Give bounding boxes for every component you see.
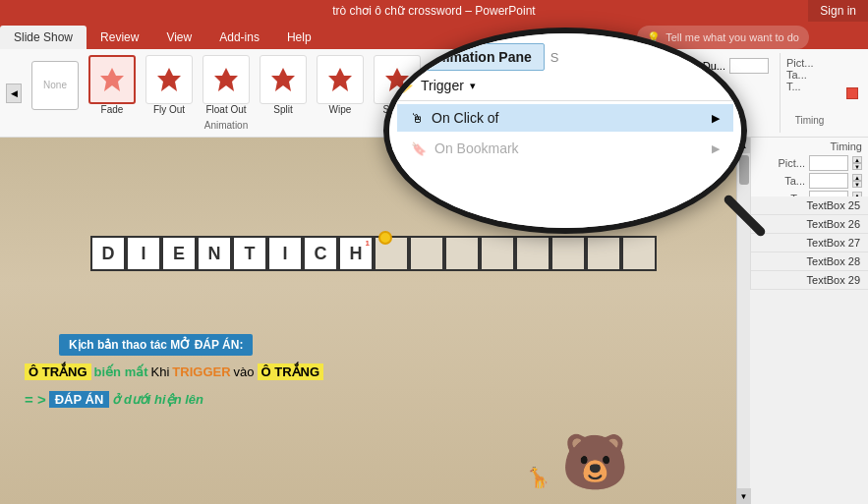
cell-D: D <box>90 236 126 271</box>
animation-section-label: Animation <box>204 120 248 131</box>
panel-table-label: Ta... <box>784 175 805 187</box>
cell-empty-8 <box>621 236 657 271</box>
textbox-label: T... <box>786 81 833 92</box>
cell-I2: I <box>267 236 303 271</box>
mag-on-bookmark-row: 🔖 On Bookmark ▶ <box>397 135 733 162</box>
anim-none[interactable]: None <box>28 61 83 110</box>
table-spin: ▲ ▼ <box>852 174 862 188</box>
magnifier-circle: ▶ Animation Pane S ⚡ Trigger ▾ 🖱 On Clic… <box>383 28 747 234</box>
table-spin-down[interactable]: ▼ <box>852 181 862 188</box>
pict-label: Pict... <box>786 57 833 69</box>
right-scroll <box>842 53 862 133</box>
mag-row-2: ⚡ Trigger ▾ <box>397 74 733 97</box>
panel-pict-row: Pict... ▲ ▼ <box>757 154 862 172</box>
rp-item-4[interactable]: TextBox 29 <box>751 271 868 290</box>
instruction-line-1: Ô TRẮNG biến mất Khi TRIGGER vào Ô TRẮNG <box>25 364 323 380</box>
tab-view[interactable]: View <box>152 26 205 49</box>
cell-T: T <box>232 236 267 271</box>
word-trigger: TRIGGER <box>172 364 230 379</box>
cell-empty-5 <box>515 236 550 271</box>
cell-empty-6 <box>550 236 586 271</box>
panel-pict-label: Pict... <box>778 157 805 169</box>
mag-on-click-content: 🖱 On Click of <box>411 110 498 126</box>
mag-on-click-arrow: ▶ <box>712 112 720 125</box>
table-spin-up[interactable]: ▲ <box>852 174 862 181</box>
anim-split[interactable]: Split <box>256 55 311 115</box>
cell-number: 1 <box>366 239 370 248</box>
rp-item-0[interactable]: TextBox 25 <box>751 196 868 215</box>
table-label: Ta... <box>786 69 833 81</box>
word-o-trang-1: Ô TRẮNG <box>25 364 91 380</box>
svg-marker-2 <box>214 68 238 91</box>
title-bar: trò chơi ô chữ crossword – PowerPoint Si… <box>0 0 868 22</box>
mag-bookmark-icon: 🔖 <box>411 141 427 156</box>
word-o-trang-2: Ô TRẮNG <box>258 364 324 380</box>
bear-decoration: 🐻 <box>561 430 629 494</box>
red-indicator <box>846 87 858 99</box>
mag-on-bookmark-content: 🔖 On Bookmark <box>411 140 519 156</box>
rp-item-1[interactable]: TextBox 26 <box>751 215 868 234</box>
word-bien-mat: biến mất <box>94 364 148 379</box>
mag-on-bookmark-label: On Bookmark <box>434 140 519 156</box>
mag-trigger-label: Trigger <box>421 78 464 93</box>
rp-item-2[interactable]: TextBox 27 <box>751 234 868 252</box>
object-labels: Pict... Ta... T... Timing <box>780 53 839 133</box>
cell-C: C <box>303 236 338 271</box>
rp-item-3[interactable]: TextBox 28 <box>751 252 868 271</box>
ribbon-scroll-left[interactable]: ◀ <box>6 84 22 103</box>
anim-floatout[interactable]: Float Out <box>199 55 254 115</box>
panel-table-row: Ta... ▲ ▼ <box>757 172 862 190</box>
svg-marker-0 <box>100 68 124 91</box>
cell-empty-7 <box>586 236 621 271</box>
mag-anim-pane-icon: ▶ <box>410 48 422 66</box>
mag-on-click-row[interactable]: 🖱 On Click of ▶ <box>397 104 733 132</box>
anim-fade[interactable]: Fade <box>85 55 140 115</box>
magnifier-content: ▶ Animation Pane S ⚡ Trigger ▾ 🖱 On Clic… <box>389 33 741 228</box>
svg-marker-1 <box>157 68 181 91</box>
anim-wipe[interactable]: Wipe <box>313 55 368 115</box>
tab-review[interactable]: Review <box>87 26 152 49</box>
word-o-duoi: ở dưới hiện lên <box>112 392 203 407</box>
instruction-line-2: = > ĐÁP ÁN ở dưới hiện lên <box>25 391 203 408</box>
panel-pict-input[interactable] <box>809 155 848 171</box>
scroll-down-button[interactable]: ▼ <box>737 488 751 504</box>
mag-animation-pane-label: Animation Pane <box>428 49 532 65</box>
anim-flyout[interactable]: Fly Out <box>142 55 197 115</box>
instruction-container: Kịch bản thao tác MỞ ĐÁP ÁN: <box>59 334 253 356</box>
word-khi: Khi <box>151 364 170 379</box>
instruction-box: Kịch bản thao tác MỞ ĐÁP ÁN: <box>59 334 253 356</box>
panel-table-input[interactable] <box>809 173 848 189</box>
cell-E: E <box>161 236 197 271</box>
cell-N: N <box>197 236 232 271</box>
sign-in-button[interactable]: Sign in <box>808 0 868 22</box>
pict-spin-down[interactable]: ▼ <box>852 163 862 170</box>
tab-addins[interactable]: Add-ins <box>205 26 273 49</box>
pict-spin-up[interactable]: ▲ <box>852 156 862 163</box>
tab-slideshow[interactable]: Slide Show <box>0 26 87 49</box>
cell-H: H 1 <box>338 236 374 271</box>
pict-spin: ▲ ▼ <box>852 156 862 170</box>
yellow-dot <box>378 231 392 245</box>
mag-trigger-arrow: ▾ <box>470 80 476 92</box>
stick-decoration: 🦒 <box>526 466 550 489</box>
mag-click-icon: 🖱 <box>411 111 424 126</box>
crossword-area: D I E N T I C H 1 <box>0 236 747 271</box>
title-text: trò chơi ô chữ crossword – PowerPoint <box>332 4 535 18</box>
cell-I: I <box>126 236 161 271</box>
svg-marker-3 <box>271 68 295 91</box>
mag-animation-pane-btn[interactable]: ▶ Animation Pane <box>397 43 545 71</box>
word-vao: vào <box>234 364 255 379</box>
mag-trigger-icon: ⚡ <box>399 79 415 93</box>
mag-row-1: ▶ Animation Pane S <box>397 43 733 71</box>
tab-help[interactable]: Help <box>273 26 325 49</box>
timing-label-right: Timing <box>786 115 833 129</box>
mag-s-label: S <box>550 50 559 65</box>
crossword-row: D I E N T I C H 1 <box>90 236 657 271</box>
mag-divider <box>397 100 733 101</box>
arrow-symbol: = > <box>25 391 46 408</box>
right-panel-list: TextBox 25 TextBox 26 TextBox 27 TextBox… <box>750 196 868 290</box>
word-dap-an: ĐÁP ÁN <box>49 391 110 408</box>
mag-on-bookmark-arrow: ▶ <box>712 142 720 155</box>
mag-on-click-label: On Click of <box>432 110 498 126</box>
cell-empty-3 <box>444 236 480 271</box>
